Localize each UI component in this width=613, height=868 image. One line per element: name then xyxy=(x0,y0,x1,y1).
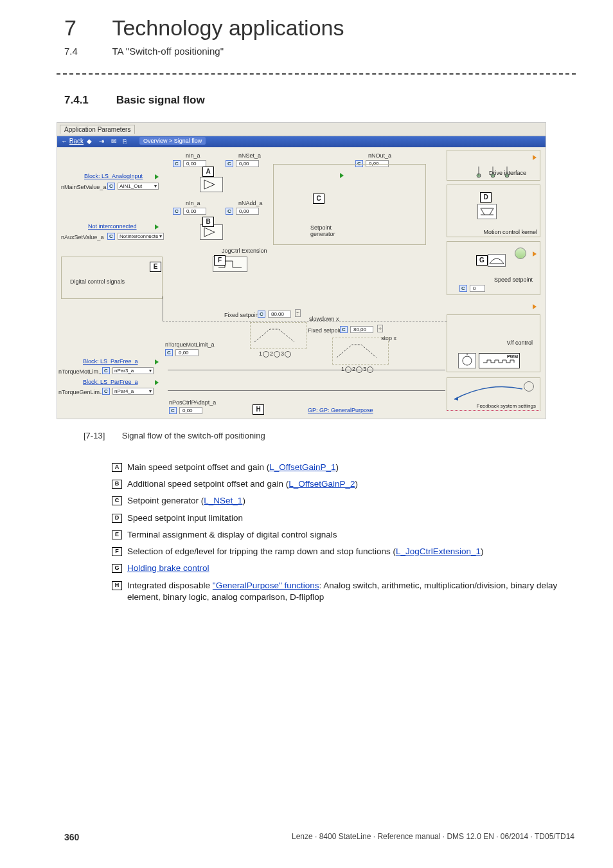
legend-box-C: C xyxy=(112,496,122,505)
connector xyxy=(163,296,163,321)
label-vf: V/f control xyxy=(504,339,535,346)
value-ntorquemotlimit[interactable]: 0,00 xyxy=(175,349,199,356)
not-interconnected-link[interactable]: Not interconnected xyxy=(88,223,137,230)
link-holding-brake[interactable]: Holding brake control xyxy=(127,563,209,573)
label-jogctrl-ext: JogCtrl Extension xyxy=(222,248,267,254)
subsection-heading: 7.4.1 Basic signal flow xyxy=(64,94,205,107)
dropdown-npar4[interactable]: nPar4_a xyxy=(112,388,154,395)
spinner-icon[interactable]: ÷ xyxy=(295,309,301,317)
label-speed-sp: Speed setpoint xyxy=(492,276,535,283)
value-speed-sp[interactable]: 0 xyxy=(470,285,485,292)
value-nadd-a[interactable]: 0,00 xyxy=(236,208,259,215)
chapter-number: 7 xyxy=(64,15,109,41)
label-nposctrl: nPosCtrlPAdapt_a xyxy=(169,399,216,406)
ramp-icon xyxy=(333,338,388,364)
legend-box-D: D xyxy=(112,514,122,523)
spinner-icon[interactable]: ÷ xyxy=(377,325,383,332)
svg-marker-0 xyxy=(204,180,215,189)
pane-setpoint-generator[interactable] xyxy=(273,164,426,245)
c-chip[interactable]: C xyxy=(226,160,233,167)
legend-row-B: B Additional speed setpoint offset and g… xyxy=(112,478,574,490)
label-ntorquemot: nTorqueMotLim.. xyxy=(58,368,102,375)
marker-D: D xyxy=(480,192,492,203)
link-general-purpose[interactable]: GP: GP: GeneralPurpose xyxy=(308,407,373,413)
page-header: 7 Technology applications 7.4 TA "Switch… xyxy=(64,15,574,57)
dashed-connector xyxy=(163,321,447,321)
value-nposctrl[interactable]: 0,00 xyxy=(179,407,202,414)
block-parfree-link-2[interactable]: Block: LS_ParFree_a xyxy=(83,379,138,385)
horizontal-rule xyxy=(57,73,576,75)
block-analoginput-link[interactable]: Block: LS_AnalogInput xyxy=(84,173,143,179)
label-fixed-sp-1: Fixed setpoin.. xyxy=(224,312,262,318)
subsection-title: Basic signal flow xyxy=(116,94,205,106)
svg-marker-1 xyxy=(204,228,215,237)
ramp-box-1 xyxy=(250,322,306,349)
arrow-icon xyxy=(533,251,537,257)
link-offsetgainp-2[interactable]: L_OffsetGainP_2 xyxy=(289,479,355,489)
connector xyxy=(168,390,445,391)
figure-caption: [7-13] Signal flow of the switch-off pos… xyxy=(84,431,265,440)
back-button[interactable]: ← Back xyxy=(61,138,84,145)
marker-E: E xyxy=(150,262,161,272)
value-nin-a-2[interactable]: 0,00 xyxy=(183,208,206,215)
c-chip[interactable]: C xyxy=(169,407,177,414)
marker-H: H xyxy=(253,404,264,415)
link-nset-1[interactable]: L_NSet_1 xyxy=(204,496,242,505)
legend-row-H: H Integrated disposable "GeneralPurpose"… xyxy=(112,580,574,603)
c-chip[interactable]: C xyxy=(173,160,181,167)
pwm-block: PWM xyxy=(479,353,520,368)
diagram-canvas: Block: LS_AnalogInput nMainSetValue_a C … xyxy=(57,147,546,419)
c-chip[interactable]: C xyxy=(102,367,110,374)
legend-box-H: H xyxy=(112,581,122,590)
dropdown-aux[interactable]: Notinterconnecte xyxy=(118,233,164,240)
marker-C: C xyxy=(313,194,324,204)
pane-digital-signals xyxy=(61,257,163,299)
c-chip[interactable]: C xyxy=(258,311,265,318)
marker-G: G xyxy=(476,255,488,266)
legend-row-D: D Speed setpoint input limitation xyxy=(112,512,574,524)
switch-icon xyxy=(474,163,512,181)
toolbar-icons[interactable]: ◆ ⇥ ✉ ⎘ xyxy=(87,138,129,145)
section-title: TA "Switch-off positioning" xyxy=(112,46,224,57)
c-chip[interactable]: C xyxy=(165,349,173,356)
marker-F: F xyxy=(214,255,226,266)
value-nnset-a[interactable]: 0,00 xyxy=(236,160,259,167)
c-chip[interactable]: C xyxy=(173,208,181,215)
svg-point-9 xyxy=(463,356,472,365)
value-fixed-sp-2[interactable]: 80,00 xyxy=(350,326,373,333)
legend-box-B: B xyxy=(112,480,122,489)
value-fixed-sp-1[interactable]: 80,00 xyxy=(268,311,291,318)
legend-box-E: E xyxy=(112,530,122,539)
label-nnout-a: nNOut_a xyxy=(368,152,391,159)
legend: A Main speed setpoint offset and gain (L… xyxy=(112,462,574,608)
dropdown-ain1[interactable]: AIN1_Out xyxy=(118,183,159,190)
c-chip[interactable]: C xyxy=(226,208,233,215)
breadcrumb: Overview > Signal flow xyxy=(139,137,206,145)
limit-icon xyxy=(477,204,497,219)
arrow-icon xyxy=(155,224,159,230)
c-chip[interactable]: C xyxy=(107,233,115,240)
c-chip[interactable]: C xyxy=(107,183,115,190)
c-chip[interactable]: C xyxy=(102,388,110,395)
block-offset-gain-a[interactable] xyxy=(200,177,223,192)
label-setpoint-generator: Setpoint generator xyxy=(310,224,335,237)
link-offsetgainp-1[interactable]: L_OffsetGainP_1 xyxy=(269,462,335,472)
figure-text: Signal flow of the switch-off positionin… xyxy=(122,431,265,440)
block-parfree-link-1[interactable]: Block: LS_ParFree_a xyxy=(83,358,138,365)
dropdown-npar3[interactable]: nPar3_a xyxy=(112,367,154,374)
page-footer: 360 Lenze · 8400 StateLine · Reference m… xyxy=(64,832,574,842)
label-feedback: Feedback system settings xyxy=(477,403,536,409)
arrow-icon xyxy=(155,174,159,179)
c-chip[interactable]: C xyxy=(340,326,348,333)
legend-row-G: G Holding brake control xyxy=(112,563,574,574)
link-jogctrlextension-1[interactable]: L_JogCtrlExtension_1 xyxy=(396,547,481,556)
amplifier-icon xyxy=(200,177,222,192)
radio-row-1[interactable]: 123 xyxy=(259,350,292,357)
figure-tag: [7-13] xyxy=(84,431,120,440)
tab-application-parameters[interactable]: Application Parameters xyxy=(60,125,135,134)
tab-bar: Application Parameters xyxy=(57,123,546,136)
marker-A: A xyxy=(202,167,214,177)
label-slowdown: slowdown x xyxy=(309,316,339,322)
link-general-purpose-functions[interactable]: "GeneralPurpose" functions xyxy=(213,581,319,590)
c-chip[interactable]: C xyxy=(459,285,467,292)
